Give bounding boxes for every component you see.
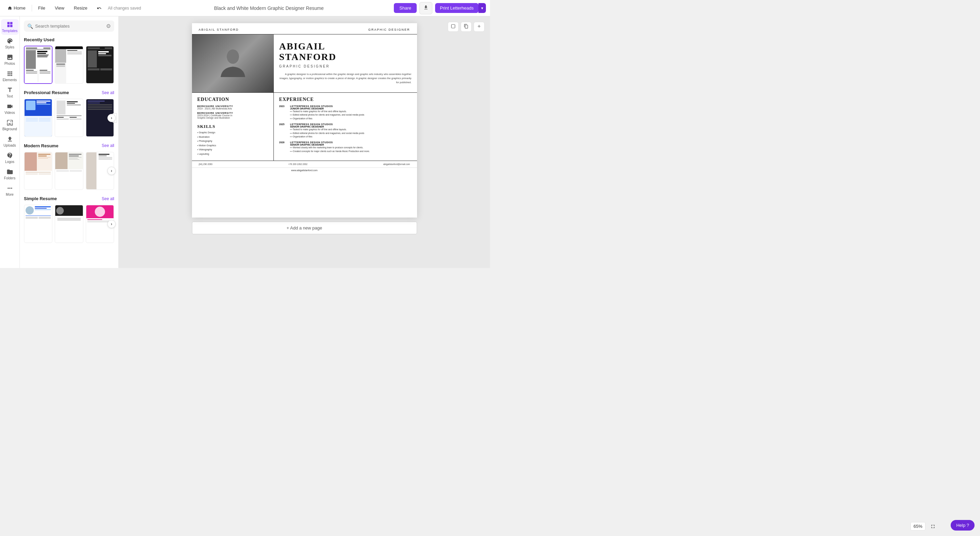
template-card-marlena[interactable] xyxy=(24,152,52,190)
edu-org-2: BERKSHIRE UNIVERSITY xyxy=(197,112,268,114)
template-card-helene[interactable] xyxy=(24,205,52,243)
education-entry-2: BERKSHIRE UNIVERSITY 2023-2024 | Certifi… xyxy=(197,112,268,121)
logos-icon xyxy=(6,152,13,159)
exp-content-1: LETTERPRESS DESIGN STUDIOS JUNIOR GRAPHI… xyxy=(290,105,364,120)
home-button[interactable]: Home xyxy=(4,4,29,12)
sidebar-item-uploads[interactable]: Uploads xyxy=(1,134,19,150)
modern-resume-header: Modern Resume See all xyxy=(24,143,114,148)
sidebar-item-logos[interactable]: Logos xyxy=(1,150,19,166)
template-card-corbin[interactable] xyxy=(54,46,83,84)
sidebar-item-videos[interactable]: Videos xyxy=(1,101,19,117)
canvas-copy-btn[interactable] xyxy=(461,22,472,32)
template-card-morgan[interactable] xyxy=(54,205,83,243)
skills-title: SKILLS xyxy=(197,124,268,129)
exp-entry-3: 2028 LETTERPRESS DESIGN STUDIOS SENIOR G… xyxy=(279,141,412,153)
home-label: Home xyxy=(14,5,25,11)
search-icon: 🔍 xyxy=(27,24,33,29)
sidebar-label-text: Text xyxy=(6,94,13,98)
print-button[interactable]: Print Letterheads xyxy=(435,3,479,13)
resume-header: ABIGAIL STANFORD GRAPHIC DESIGNER xyxy=(192,23,417,35)
skill-photography: Photography xyxy=(197,139,268,143)
canvas-area: ABIGAIL STANFORD GRAPHIC DESIGNER xyxy=(119,16,490,268)
modern-resume-see-all[interactable]: See all xyxy=(102,143,114,148)
education-entry-1: BERKSHIRE UNIVERSITY 2019 - 2023 | AB Mu… xyxy=(197,105,268,112)
print-dropdown-button[interactable]: ▾ xyxy=(479,3,486,13)
sidebar-item-background[interactable]: Bkground xyxy=(1,117,19,133)
resize-button[interactable]: Resize xyxy=(71,4,91,12)
sidebar-item-text[interactable]: Text xyxy=(1,84,19,100)
frame-icon xyxy=(451,24,455,29)
sidebar-label-templates: Templates xyxy=(2,29,18,33)
exp-year-1: 2023 xyxy=(279,105,289,120)
add-page-button[interactable]: + Add a new page xyxy=(192,222,417,234)
videos-icon xyxy=(6,103,13,110)
resume-website: www.abigailstanford.com xyxy=(192,167,417,173)
edu-year-2: 2023-2024 | Certificate Course in xyxy=(197,114,268,117)
sidebar-label-styles: Styles xyxy=(5,45,14,49)
resume-name-section: ABIGAIL STANFORD GRAPHIC DESIGNER A grap… xyxy=(274,35,417,92)
template-card-chad[interactable] xyxy=(24,99,52,137)
simple-resume-see-all[interactable]: See all xyxy=(102,196,114,201)
saved-status: All changes saved xyxy=(108,6,141,11)
simple-resume-grid: › xyxy=(24,205,114,243)
sidebar-item-elements[interactable]: Elements xyxy=(1,68,19,84)
edu-org-1: BERKSHIRE UNIVERSITY xyxy=(197,105,268,107)
simple-next-arrow[interactable]: › xyxy=(107,220,116,228)
resume-bio: A graphic designer is a professional wit… xyxy=(279,72,412,84)
canvas-toolbar xyxy=(448,22,485,32)
professional-next-arrow[interactable]: › xyxy=(107,114,116,122)
professional-resume-see-all[interactable]: See all xyxy=(102,91,114,95)
person-silhouette xyxy=(219,47,247,80)
resume-email: abigailstanford@email.com xyxy=(383,163,410,165)
canvas-frame-btn[interactable] xyxy=(448,22,459,32)
sidebar-item-folders[interactable]: Folders xyxy=(1,166,19,182)
sidebar-item-templates[interactable]: Templates xyxy=(1,19,19,35)
skills-list: Graphic Design Illustration Photography … xyxy=(197,130,268,156)
simple-resume-header: Simple Resume See all xyxy=(24,196,114,201)
sidebar-item-styles[interactable]: Styles xyxy=(1,35,19,51)
photos-icon xyxy=(6,54,13,61)
share-button[interactable]: Share xyxy=(394,3,417,13)
view-button[interactable]: View xyxy=(51,4,68,12)
more-icon xyxy=(6,185,13,192)
sidebar-label-logos: Logos xyxy=(5,160,14,164)
resume-main-content: EDUCATION BERKSHIRE UNIVERSITY 2019 - 20… xyxy=(192,92,417,161)
top-navigation: Home File View Resize All changes saved … xyxy=(0,0,490,16)
text-icon xyxy=(6,87,13,94)
skill-layouting: Layouting xyxy=(197,152,268,156)
education-title: EDUCATION xyxy=(197,97,268,102)
sidebar-label-videos: Videos xyxy=(5,111,15,115)
sidebar-item-photos[interactable]: Photos xyxy=(1,52,19,67)
professional-resume-title: Professional Resume xyxy=(24,90,69,95)
undo-button[interactable] xyxy=(94,4,105,12)
sidebar-item-more[interactable]: More xyxy=(1,183,19,199)
exp-entry-1: 2023 LETTERPRESS DESIGN STUDIOS JUNIOR G… xyxy=(279,105,412,120)
file-button[interactable]: File xyxy=(35,4,49,12)
professional-resume-header: Professional Resume See all xyxy=(24,90,114,95)
copy-icon xyxy=(464,24,469,29)
modern-next-arrow[interactable]: › xyxy=(107,167,116,175)
sidebar-icons: Templates Styles Photos Elements Text Vi… xyxy=(0,16,20,268)
sidebar-label-elements: Elements xyxy=(3,78,17,82)
filter-icon[interactable]: ⚙ xyxy=(106,23,111,29)
template-card-black-stanford[interactable] xyxy=(86,46,114,84)
recently-used-title: Recently Used xyxy=(24,37,54,42)
resume-right-column: EXPERIENCE 2023 LETTERPRESS DESIGN STUDI… xyxy=(274,93,417,161)
search-input[interactable] xyxy=(35,24,104,29)
resume-big-name: ABIGAIL STANFORD xyxy=(279,41,412,62)
canvas-add-btn[interactable] xyxy=(474,22,485,32)
search-bar: 🔍 ⚙ xyxy=(24,21,114,32)
add-icon xyxy=(477,24,482,29)
template-card-prof2[interactable] xyxy=(54,99,83,137)
resume-header-name: ABIGAIL STANFORD xyxy=(199,28,239,31)
print-button-group: Print Letterheads ▾ xyxy=(435,3,486,13)
download-button[interactable] xyxy=(419,2,433,14)
template-card-abigail[interactable] xyxy=(24,46,52,84)
sidebar-label-more: More xyxy=(6,192,14,196)
download-icon xyxy=(423,5,429,10)
simple-resume-title: Simple Resume xyxy=(24,196,57,201)
skill-graphic-design: Graphic Design xyxy=(197,130,268,135)
resume-photo xyxy=(192,35,274,92)
svg-point-1 xyxy=(227,49,239,64)
template-card-olivia[interactable] xyxy=(54,152,83,190)
